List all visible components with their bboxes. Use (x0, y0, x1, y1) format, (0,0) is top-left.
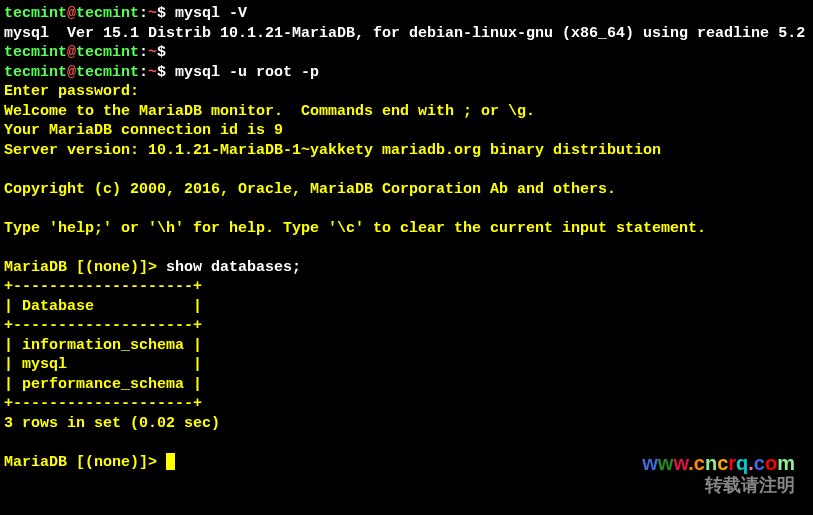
copyright: Copyright (c) 2000, 2016, Oracle, MariaD… (4, 181, 616, 198)
enter-password: Enter password: (4, 83, 139, 100)
prompt-symbol: $ (157, 5, 175, 22)
prompt-path: ~ (148, 5, 157, 22)
prompt-user: tecmint (4, 5, 67, 22)
watermark-note: 转载请注明 (642, 475, 795, 497)
sql-query: show databases; (166, 259, 301, 276)
table-row: | performance_schema | (4, 376, 202, 393)
table-border-mid: +--------------------+ (4, 317, 202, 334)
table-row: | mysql | (4, 356, 202, 373)
command-1: mysql -V (175, 5, 247, 22)
table-header: | Database | (4, 298, 202, 315)
version-output: mysql Ver 15.1 Distrib 10.1.21-MariaDB, … (4, 25, 805, 42)
prompt-user-3: tecmint (4, 64, 67, 81)
prompt-host: tecmint (76, 5, 139, 22)
cursor[interactable] (166, 453, 175, 470)
prompt-user-2: tecmint (4, 44, 67, 61)
mariadb-prompt-2: MariaDB [(none)]> (4, 454, 166, 471)
terminal-output[interactable]: tecmint@tecmint:~$ mysql -V mysql Ver 15… (4, 4, 809, 472)
command-3: mysql -u root -p (175, 64, 319, 81)
prompt-colon: : (139, 5, 148, 22)
table-border-top: +--------------------+ (4, 278, 202, 295)
welcome-line: Welcome to the MariaDB monitor. Commands… (4, 103, 535, 120)
prompt-at: @ (67, 5, 76, 22)
server-version: Server version: 10.1.21-MariaDB-1~yakket… (4, 142, 661, 159)
help-line: Type 'help;' or '\h' for help. Type '\c'… (4, 220, 706, 237)
result-summary: 3 rows in set (0.02 sec) (4, 415, 220, 432)
connection-id: Your MariaDB connection id is 9 (4, 122, 283, 139)
table-border-bottom: +--------------------+ (4, 395, 202, 412)
table-row: | information_schema | (4, 337, 202, 354)
mariadb-prompt: MariaDB [(none)]> (4, 259, 166, 276)
